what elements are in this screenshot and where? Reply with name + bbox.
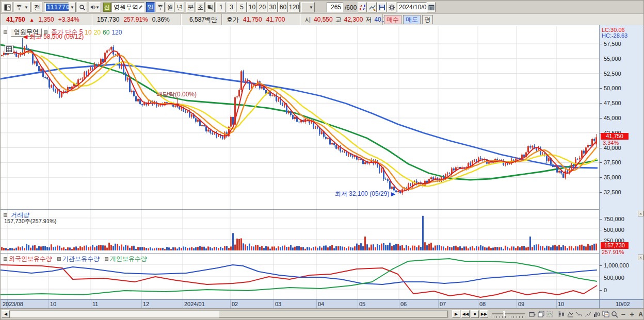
tick-button-초[interactable]: 초 (196, 2, 205, 12)
pane-divider[interactable] (1, 253, 644, 254)
volume-search-icon[interactable] (592, 310, 601, 318)
font-size-icon[interactable]: A (636, 310, 644, 318)
price-tick-label: 47,500 (604, 100, 621, 106)
grid-toggle-icon[interactable] (5, 45, 13, 54)
pane-divider[interactable] (1, 209, 644, 210)
period-button-년[interactable]: 년 (175, 2, 184, 12)
compare-chart-icon[interactable] (358, 2, 367, 12)
stock-name-field[interactable]: 영원무역 (111, 2, 144, 12)
date-cell-divider (49, 300, 49, 309)
interval-button-120[interactable]: 120 (288, 2, 300, 12)
tick-button-분[interactable]: 분 (186, 2, 195, 12)
close-icon[interactable]: x (638, 255, 643, 260)
price-tick-dash (600, 103, 602, 104)
date-picker-input[interactable]: 2024/10/02 (397, 2, 427, 12)
custom-interval-combo[interactable]: ▼ (301, 2, 315, 12)
interval-button-5[interactable]: 5 (237, 2, 247, 12)
hc-value: HC:-28.63 (602, 32, 627, 39)
calendar-icon[interactable] (427, 2, 436, 12)
buy-button[interactable]: 매수 (384, 15, 401, 24)
stock-code-dropdown[interactable]: ▼ (69, 2, 76, 12)
chart-type-combo[interactable]: 주▼ (14, 2, 30, 12)
legend-square-icon (4, 213, 7, 217)
volume-detail: 157,730주(257.91%) (4, 217, 57, 225)
date-label: 05 (359, 301, 365, 307)
hoga-label: 호가 (227, 15, 239, 24)
chart-region: 영원무역 종가 단순 5 10 20 60 120 ◀ 최고 58,500 (0… (1, 25, 644, 308)
sound-icon[interactable]: ▼ (89, 2, 101, 12)
interval-button-3[interactable]: 3 (227, 2, 236, 12)
period-button-일[interactable]: 일 (146, 2, 155, 12)
high-label: 고 (335, 15, 342, 24)
zoom-in-icon[interactable]: + (627, 310, 636, 318)
interval-button-1[interactable]: 1 (216, 2, 226, 12)
date-label: 10 (50, 301, 56, 307)
interval-button-30[interactable]: 30 (268, 2, 278, 12)
date-cell-divider (273, 300, 274, 309)
price-tick-label: 55,000 (604, 56, 621, 62)
volume-pane[interactable]: 거래량 157,730주(257.91%) (1, 210, 599, 253)
date-label: 12 (143, 301, 149, 307)
zoom-out-icon[interactable]: − (619, 310, 627, 318)
fast-forward-icon[interactable]: ▶▶ (480, 310, 488, 318)
ask-price: 41,750 (243, 16, 262, 23)
legend-square-icon (4, 30, 7, 34)
date-label: 02 (232, 301, 238, 307)
trendline-tool-icon[interactable] (367, 2, 377, 12)
search-icon[interactable] (77, 2, 87, 12)
slider-tick (500, 316, 500, 318)
pencil-icon (138, 5, 142, 10)
price-change-pct: +3.34% (58, 16, 79, 23)
interval-button-10[interactable]: 10 (247, 2, 257, 12)
cascade-windows-icon[interactable] (537, 310, 545, 318)
holdings-pane[interactable]: 외국인보유수량 기관보유수량 개인보유수량 (1, 254, 599, 299)
scrollbar-thumb[interactable] (219, 311, 448, 317)
quote-volume-cell: 157,730 257.91% 0.36% (92, 14, 181, 25)
individual-legend: 개인보유수량 (110, 255, 147, 262)
prev-stock-button[interactable]: 전 (32, 2, 42, 12)
avg-button[interactable]: 평 (422, 15, 433, 24)
sell-button[interactable]: 매도 (403, 15, 421, 24)
rewind-icon[interactable]: ◀◀ (461, 310, 470, 318)
new-window-icon[interactable] (528, 310, 537, 318)
scroll-left-icon[interactable]: ◀ (2, 310, 10, 318)
chart-switch-icon[interactable] (601, 310, 610, 318)
stock-code-input[interactable]: 111770 (44, 2, 69, 12)
date-axis[interactable]: 10/02 2023/081011122024/0102030405060708… (1, 299, 644, 308)
date-axis-corner: 10/02 (616, 301, 630, 307)
period-button-월[interactable]: 월 (166, 2, 174, 12)
slider-tick (511, 316, 511, 318)
institution-legend: 기관보유수량 (62, 255, 100, 262)
candle-count-input[interactable]: 265 (327, 2, 343, 12)
price-pane[interactable]: 영원무역 종가 단순 5 10 20 60 120 ◀ 최고 58,500 (0… (1, 26, 599, 209)
pattern-chart-icon[interactable] (545, 310, 554, 318)
slider-tick (519, 316, 520, 318)
zoom-icon[interactable] (610, 310, 619, 318)
peak-chart-icon[interactable] (566, 310, 575, 318)
holdings-tick-label: 500,000 (604, 275, 624, 281)
rise-line-icon[interactable] (584, 310, 592, 318)
current-volume-marker: 157,730 (601, 242, 629, 249)
date-cell-divider (183, 300, 183, 309)
close-icon[interactable]: x (638, 211, 643, 216)
save-icon[interactable] (377, 2, 387, 12)
settings-gear-icon[interactable] (387, 2, 396, 12)
zoom-slider-track[interactable] (492, 313, 525, 314)
play-icon[interactable]: ▶ (452, 310, 460, 318)
slider-tick (494, 316, 494, 318)
tick-button-틱[interactable]: 틱 (206, 2, 215, 12)
volume-tick-dash (600, 219, 602, 220)
period-button-주[interactable]: 주 (156, 2, 165, 12)
interval-button-20[interactable]: 20 (257, 2, 267, 12)
candle-chart-icon[interactable] (557, 310, 566, 318)
stop-icon[interactable]: ■ (471, 310, 479, 318)
trade-value-cell: 6,587백만 (181, 14, 222, 25)
low-annotation: 최저 32,100 (05/29) ▶ (335, 190, 395, 198)
date-cell-divider (230, 300, 231, 309)
holdings-tick-dash (600, 278, 602, 278)
interval-button-60[interactable]: 60 (278, 2, 288, 12)
down-line-icon[interactable] (575, 310, 584, 318)
window-split-icon[interactable] (2, 2, 12, 12)
chart-scrollbar[interactable] (10, 310, 448, 318)
date-label: 2023/08 (3, 301, 23, 307)
